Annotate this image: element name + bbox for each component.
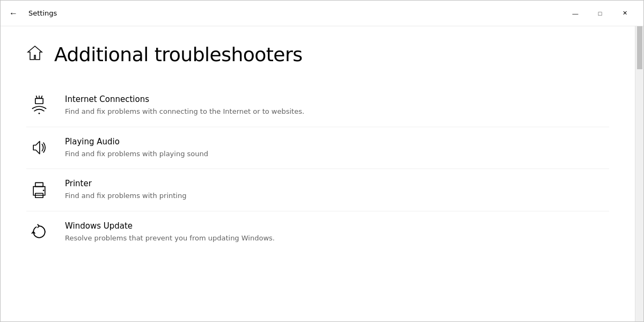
audio-icon — [26, 138, 52, 157]
troubleshooter-item-playing-audio[interactable]: Playing Audio Find and fix problems with… — [26, 127, 609, 170]
maximize-button[interactable]: □ — [588, 5, 612, 22]
playing-audio-desc: Find and fix problems with playing sound — [65, 149, 344, 159]
windows-update-title: Windows Update — [65, 221, 609, 231]
title-bar-left: ← Settings — [5, 5, 57, 22]
page-title: Additional troubleshooters — [54, 43, 303, 65]
printer-text: Printer Find and fix problems with print… — [65, 179, 609, 201]
troubleshooter-item-internet-connections[interactable]: Internet Connections Find and fix proble… — [26, 85, 609, 127]
playing-audio-title: Playing Audio — [65, 137, 609, 147]
scrollbar-thumb[interactable] — [637, 26, 642, 69]
printer-title: Printer — [65, 179, 609, 188]
close-button[interactable]: ✕ — [612, 5, 637, 22]
title-bar-controls: — □ ✕ — [563, 5, 637, 22]
wifi-icon — [26, 96, 52, 115]
page-header: Additional troubleshooters — [26, 43, 609, 65]
svg-point-7 — [43, 189, 45, 191]
content-area: Additional troubleshooters — [1, 26, 643, 321]
windows-update-desc: Resolve problems that prevent you from u… — [65, 233, 344, 244]
internet-connections-text: Internet Connections Find and fix proble… — [65, 94, 609, 117]
printer-icon — [26, 180, 52, 199]
internet-connections-desc: Find and fix problems with connecting to… — [65, 106, 344, 117]
settings-window: ← Settings — □ ✕ Additional troubleshoot… — [0, 0, 644, 322]
back-button[interactable]: ← — [5, 5, 22, 22]
minimize-button[interactable]: — — [563, 5, 588, 22]
windows-update-text: Windows Update Resolve problems that pre… — [65, 221, 609, 244]
troubleshooter-item-printer[interactable]: Printer Find and fix problems with print… — [26, 169, 609, 211]
scrollbar-track[interactable] — [635, 26, 643, 321]
title-bar-title: Settings — [28, 9, 57, 17]
main-content: Additional troubleshooters — [1, 26, 635, 321]
troubleshooter-list: Internet Connections Find and fix proble… — [26, 85, 609, 253]
troubleshooter-item-windows-update[interactable]: Windows Update Resolve problems that pre… — [26, 211, 609, 253]
svg-rect-6 — [35, 182, 43, 186]
printer-desc: Find and fix problems with printing — [65, 191, 344, 201]
home-icon — [26, 45, 43, 64]
internet-connections-title: Internet Connections — [65, 94, 609, 104]
svg-point-4 — [39, 113, 40, 114]
playing-audio-text: Playing Audio Find and fix problems with… — [65, 137, 609, 159]
svg-rect-0 — [35, 98, 43, 104]
title-bar: ← Settings — □ ✕ — [1, 1, 643, 26]
update-icon — [26, 222, 52, 241]
